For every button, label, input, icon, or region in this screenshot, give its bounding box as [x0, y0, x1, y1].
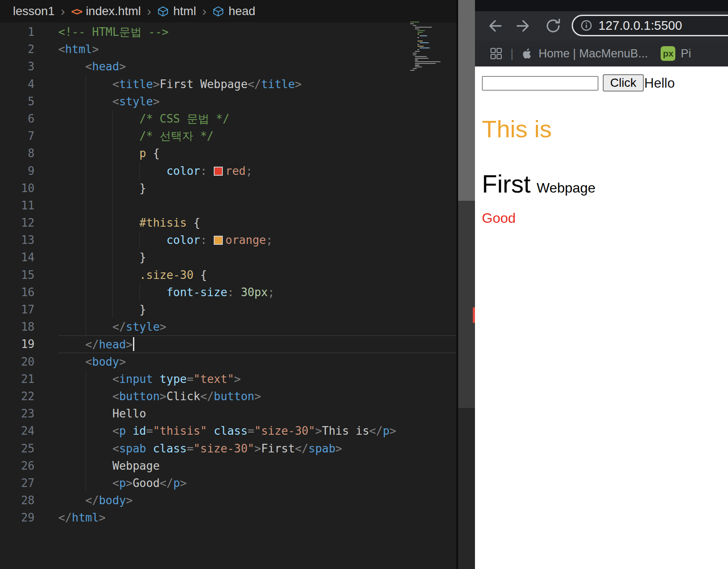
- breadcrumb-item-folder[interactable]: lesson1: [13, 4, 55, 18]
- indent-guide: [139, 162, 140, 180]
- url-text[interactable]: 127.0.0.1:5500: [598, 19, 682, 33]
- line-number: 22: [0, 388, 35, 405]
- indent-guide: [139, 284, 140, 301]
- breadcrumb-item-file[interactable]: <> index.html: [71, 4, 141, 18]
- bookmarks-separator: |: [510, 47, 513, 60]
- code-line[interactable]: 21 <input type="text">: [0, 370, 457, 388]
- line-number: 18: [0, 318, 35, 335]
- code-line[interactable]: 18 </style>: [0, 318, 457, 335]
- first-webpage-line: First Webpage: [482, 169, 595, 198]
- scrollbar-shade: [458, 408, 475, 569]
- browser-window: 127.0.0.1:5500 | Home | MacMenuB... px P…: [475, 0, 728, 569]
- line-number: 13: [0, 231, 35, 249]
- code-line[interactable]: 26 Webpage: [0, 457, 457, 474]
- line-number: 4: [0, 76, 35, 93]
- breadcrumb-folder-label: lesson1: [13, 4, 55, 18]
- code-line[interactable]: 19 </head>: [0, 335, 457, 353]
- site-info-icon[interactable]: [580, 19, 593, 32]
- forward-button[interactable]: [514, 16, 534, 36]
- code-line[interactable]: 14 }: [0, 249, 457, 266]
- webpage-text: Webpage: [537, 180, 595, 196]
- code-line[interactable]: 6 /* CSS 문법 */: [0, 110, 457, 127]
- line-number: 19: [0, 335, 35, 353]
- code-line[interactable]: 17 }: [0, 301, 457, 318]
- line-number: 21: [0, 370, 35, 388]
- code-line[interactable]: 24 <p id="thisis" class="size-30">This i…: [0, 422, 457, 439]
- symbol-cube-icon: [157, 6, 169, 17]
- code-line[interactable]: 22 <button>Click</button>: [0, 388, 457, 405]
- color-swatch[interactable]: [214, 236, 223, 245]
- line-number: 25: [0, 440, 35, 457]
- text-cursor: [133, 337, 134, 351]
- code-line[interactable]: 4 <title>First Webpage</title>: [0, 76, 457, 93]
- line-number: 26: [0, 457, 35, 474]
- good-paragraph: Good: [482, 210, 516, 226]
- back-button[interactable]: [484, 16, 504, 36]
- code-line[interactable]: 3 <head>: [0, 58, 457, 75]
- line-number: 5: [0, 93, 35, 110]
- code-line[interactable]: 25 <spab class="size-30">First</spab>: [0, 440, 457, 457]
- indent-guide: [85, 75, 86, 335]
- code-line[interactable]: 1<!-- HTML문법 -->: [0, 23, 457, 41]
- code-line[interactable]: 23 Hello: [0, 405, 457, 422]
- html-file-icon: <>: [71, 5, 82, 18]
- reload-button[interactable]: [543, 16, 563, 36]
- code-line[interactable]: 29</html>: [0, 509, 457, 526]
- line-number: 28: [0, 492, 35, 509]
- text-input[interactable]: [482, 76, 598, 91]
- line-number: 7: [0, 127, 35, 145]
- color-swatch[interactable]: [214, 167, 223, 176]
- code-line[interactable]: 7 /* 선택자 */: [0, 127, 457, 145]
- line-number: 8: [0, 145, 35, 162]
- line-number: 11: [0, 197, 35, 214]
- bookmark-px[interactable]: Pi: [681, 47, 691, 60]
- code-line[interactable]: 9 color: red;: [0, 162, 457, 180]
- apps-grid-icon[interactable]: [490, 47, 503, 60]
- code-line[interactable]: 12 #thisis {: [0, 214, 457, 231]
- line-number: 29: [0, 509, 35, 526]
- line-number: 20: [0, 353, 35, 370]
- this-is-paragraph: This is: [482, 115, 552, 143]
- browser-toolbar: 127.0.0.1:5500: [475, 11, 728, 41]
- browser-tab-strip[interactable]: [475, 0, 728, 11]
- code-line[interactable]: 28 </body>: [0, 492, 457, 509]
- bookmarks-bar: | Home | MacMenuB... px Pi: [475, 41, 728, 66]
- px-favicon: px: [661, 46, 675, 61]
- code-line[interactable]: 8 p {: [0, 145, 457, 162]
- line-number: 2: [0, 41, 35, 58]
- editor-scrollbar[interactable]: [458, 0, 475, 569]
- code-line[interactable]: 10 }: [0, 180, 457, 197]
- breadcrumb-item-head-tag[interactable]: head: [212, 4, 255, 18]
- indent-guide: [139, 231, 140, 249]
- code-line[interactable]: 13 color: orange;: [0, 231, 457, 249]
- code-line[interactable]: 11: [0, 197, 457, 214]
- indent-guide: [85, 370, 86, 492]
- line-number: 12: [0, 214, 35, 231]
- line-number: 10: [0, 180, 35, 197]
- address-bar[interactable]: 127.0.0.1:5500: [572, 15, 728, 36]
- line-number: 6: [0, 110, 35, 127]
- line-number: 1: [0, 23, 35, 41]
- scrollbar-thumb[interactable]: [458, 0, 475, 201]
- code-lines[interactable]: 1<!-- HTML문법 -->2<html>3 <head>4 <title>…: [0, 23, 457, 526]
- first-text: First: [482, 169, 531, 198]
- indent-guide: [112, 110, 113, 318]
- line-number: 14: [0, 249, 35, 266]
- code-line[interactable]: 20 <body>: [0, 353, 457, 370]
- line-number: 9: [0, 162, 35, 180]
- code-line[interactable]: 27 <p>Good</p>: [0, 474, 457, 492]
- code-line[interactable]: 5 <style>: [0, 93, 457, 110]
- minimap[interactable]: [410, 22, 449, 76]
- code-line[interactable]: 15 .size-30 {: [0, 266, 457, 284]
- line-number: 3: [0, 58, 35, 75]
- hello-text: Hello: [644, 76, 675, 91]
- breadcrumb-item-html-tag[interactable]: html: [157, 4, 196, 18]
- code-line[interactable]: 16 font-size: 30px;: [0, 284, 457, 301]
- line-number: 17: [0, 301, 35, 318]
- code-line[interactable]: 2<html>: [0, 41, 457, 58]
- click-button[interactable]: Click: [603, 74, 644, 92]
- line-number: 27: [0, 474, 35, 492]
- bookmark-home[interactable]: Home | MacMenuB...: [538, 47, 648, 60]
- breadcrumb-head-label: head: [228, 4, 255, 18]
- code-editor[interactable]: lesson1 › <> index.html › html › head 1: [0, 0, 475, 569]
